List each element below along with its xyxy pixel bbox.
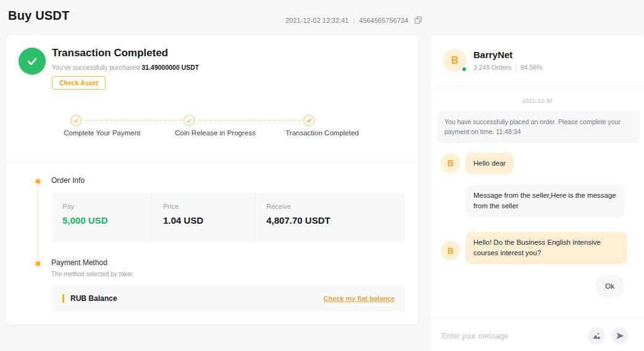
seller-name: BarryNet (473, 49, 543, 60)
seller-avatar: B (443, 49, 467, 72)
chat-message: Ok (595, 275, 624, 298)
transaction-status-title: Transaction Completed (52, 47, 168, 59)
step-connector (198, 120, 302, 121)
success-check-icon (19, 48, 46, 75)
receive-value: 4,807.70 USDT (266, 215, 405, 226)
seller-stats: 3,249 Orders | 94.56% (473, 64, 543, 71)
pay-label: Pay (62, 203, 151, 210)
chat-message: Message from the seller,Here is the mess… (465, 185, 625, 218)
divider (431, 317, 644, 318)
seller-completion-rate: 94.56% (520, 64, 543, 71)
price-column: Price 1.04 USD (151, 193, 255, 242)
avatar-letter: B (447, 246, 454, 256)
order-detail-card: Transaction Completed You've successfull… (6, 35, 418, 324)
order-timestamp: 2021-12-02 13:32:41 (286, 17, 349, 24)
step3-check-icon (303, 115, 315, 126)
seller-orders: 3,249 Orders (473, 64, 511, 71)
order-info-section-label: Order Info (51, 176, 85, 185)
payment-method-marker (62, 294, 64, 303)
price-value: 1.04 USD (163, 215, 255, 226)
chat-header: B BarryNet 3,249 Orders | 94.56% (443, 49, 543, 72)
subtitle-prefix: You've successfully purchased (52, 64, 140, 71)
timeline-connector (38, 186, 38, 259)
receive-label: Receive (266, 203, 405, 210)
send-button[interactable] (611, 327, 629, 344)
stats-separator: | (515, 64, 517, 71)
chat-date: 2021-12-30 (431, 97, 644, 104)
step2-check-icon (184, 115, 195, 126)
step1-check-icon (70, 115, 82, 126)
step2-label: Coin Release in Progress (175, 129, 255, 137)
payment-method-note: The method selected by taker. (51, 271, 134, 277)
message-input[interactable] (442, 327, 581, 345)
seller-avatar: B (441, 241, 460, 261)
system-message: You have successfully placed an order. P… (437, 111, 640, 143)
step1-label: Complete Your Payment (64, 129, 140, 137)
order-meta: 2021-12-02 13:32:41 | 4564565756734 (286, 16, 422, 24)
pay-value: 5,000 USD (62, 215, 151, 226)
purchased-amount: 31.49000000 USDT (142, 64, 199, 71)
receive-column: Receive 4,807.70 USDT (255, 193, 405, 242)
order-info-card: Pay 5,000 USD Price 1.04 USD Receive 4,8… (51, 193, 405, 242)
page-title: Buy USDT (8, 9, 69, 23)
order-info-bullet-icon (36, 179, 40, 184)
price-label: Price (163, 203, 255, 210)
meta-separator: | (353, 17, 355, 24)
seller-avatar: B (441, 153, 460, 173)
check-fiat-balance-link[interactable]: Check my fiat balance (323, 295, 395, 302)
avatar-letter: B (451, 55, 459, 66)
avatar-letter: B (447, 158, 454, 168)
image-upload-button[interactable] (588, 327, 605, 344)
pay-column: Pay 5,000 USD (51, 193, 151, 242)
send-icon (616, 331, 625, 340)
divider (6, 162, 418, 163)
step-connector (85, 120, 182, 121)
divider (431, 87, 644, 87)
copy-icon[interactable] (414, 16, 422, 24)
payment-method-bullet-icon (36, 261, 40, 266)
image-icon (592, 331, 601, 340)
chat-panel: B BarryNet 3,249 Orders | 94.56% 2021-12… (431, 35, 644, 351)
step3-label: Transaction Completed (286, 129, 358, 137)
check-asset-button[interactable]: Check Asset (52, 76, 106, 90)
order-id: 4564565756734 (359, 17, 409, 24)
chat-message: Hello! Do the Business English intensive… (465, 232, 627, 264)
transaction-subtitle: You've successfully purchased 31.4900000… (52, 64, 199, 71)
chat-message: Hello dear (465, 153, 514, 174)
online-status-icon (461, 66, 467, 72)
payment-method-card: RUB Balance Check my fiat balance (51, 284, 405, 312)
payment-method-section-label: Payment Method (51, 258, 108, 267)
payment-method-name: RUB Balance (70, 294, 117, 303)
